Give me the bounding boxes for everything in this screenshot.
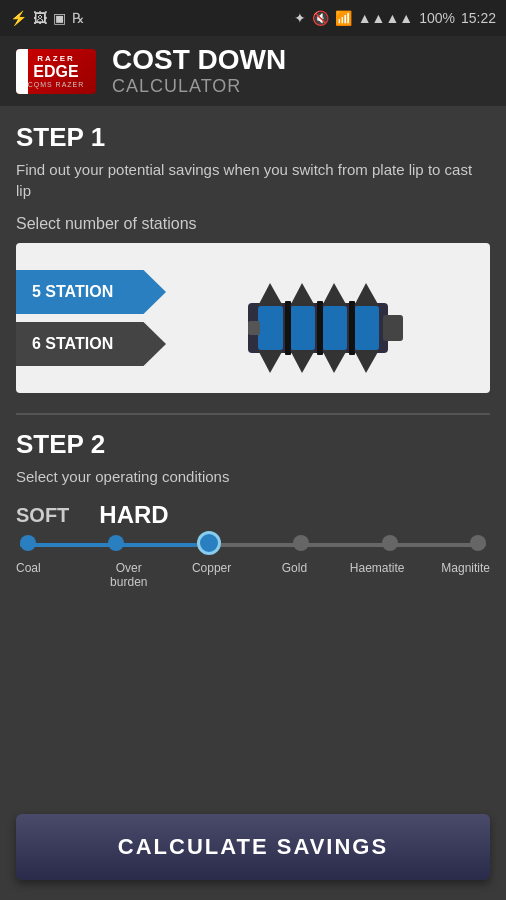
soft-hard-labels: SOFT HARD [16, 501, 490, 529]
label-hard: HARD [99, 501, 168, 529]
status-icons-right: ✦ 🔇 📶 ▲▲▲▲ 100% 15:22 [294, 10, 496, 26]
calculate-btn-container: CALCULATE SAVINGS [16, 814, 490, 880]
calculate-savings-button[interactable]: CALCULATE SAVINGS [16, 814, 490, 880]
svg-rect-2 [290, 306, 315, 350]
station-image-area [166, 243, 490, 393]
bluetooth-icon: ✦ [294, 10, 306, 26]
slider-node-gold[interactable] [293, 535, 309, 551]
drill-illustration [228, 258, 428, 378]
svg-marker-14 [322, 350, 347, 373]
slider-node-overburden[interactable] [108, 535, 124, 551]
svg-marker-13 [290, 350, 315, 373]
step1-label: STEP 1 [16, 122, 490, 153]
mute-icon: 🔇 [312, 10, 329, 26]
svg-marker-9 [290, 283, 315, 306]
header-title-block: COST DOWN CALCULATOR [112, 45, 286, 97]
calculate-btn-label: CALCULATE SAVINGS [118, 834, 388, 860]
logo-main-text: EDGE [33, 63, 78, 81]
time-display: 15:22 [461, 10, 496, 26]
slider-node-coal[interactable] [20, 535, 36, 551]
station-buttons: 5 STATION 6 STATION [16, 243, 166, 393]
svg-rect-5 [285, 301, 291, 355]
step2-section: STEP 2 Select your operating conditions … [16, 429, 490, 589]
image-icon: 🖼 [33, 10, 47, 26]
app-subtitle: CALCULATOR [112, 76, 286, 97]
svg-rect-6 [317, 301, 323, 355]
svg-marker-11 [354, 283, 379, 306]
svg-rect-17 [383, 315, 403, 341]
battery-100-icon: ▣ [53, 10, 66, 26]
step2-label: STEP 2 [16, 429, 490, 460]
app-header: RAZER EDGE CQMS RAZER COST DOWN CALCULAT… [0, 36, 506, 106]
slider-track [20, 543, 486, 547]
step2-description: Select your operating conditions [16, 466, 490, 487]
step1-section: STEP 1 Find out your potential savings w… [16, 122, 490, 393]
usb-icon: ⚡ [10, 10, 27, 26]
slider-label-coal: Coal [16, 561, 76, 589]
slider-label-overburden: Overburden [99, 561, 159, 589]
svg-rect-16 [248, 321, 260, 335]
select-stations-label: Select number of stations [16, 215, 490, 233]
section-divider [16, 413, 490, 415]
station-selector: 5 STATION 6 STATION [16, 243, 490, 393]
logo-bottom-text: CQMS RAZER [28, 81, 85, 88]
slider-label-magnitite: Magnitite [430, 561, 490, 589]
slider-labels: Coal Overburden Copper Gold Haematite Ma… [16, 561, 490, 589]
svg-rect-7 [349, 301, 355, 355]
slider-node-copper[interactable] [197, 531, 221, 555]
logo-top-text: RAZER [37, 54, 75, 63]
svg-marker-15 [354, 350, 379, 373]
rx-icon: ℞ [72, 10, 85, 26]
svg-marker-10 [322, 283, 347, 306]
status-icons-left: ⚡ 🖼 ▣ ℞ [10, 10, 85, 26]
svg-rect-4 [354, 306, 379, 350]
slider-label-gold: Gold [264, 561, 324, 589]
svg-marker-8 [258, 283, 283, 306]
slider-label-haematite: Haematite [347, 561, 407, 589]
slider-label-copper: Copper [182, 561, 242, 589]
svg-rect-3 [322, 306, 347, 350]
signal-icon: ▲▲▲▲ [358, 10, 413, 26]
svg-rect-1 [258, 306, 283, 350]
status-bar: ⚡ 🖼 ▣ ℞ ✦ 🔇 📶 ▲▲▲▲ 100% 15:22 [0, 0, 506, 36]
app-title: COST DOWN [112, 45, 286, 76]
slider-node-haematite[interactable] [382, 535, 398, 551]
battery-level: 100% [419, 10, 455, 26]
station-5-button[interactable]: 5 STATION [16, 270, 166, 314]
station-6-button[interactable]: 6 STATION [16, 322, 166, 366]
logo-container: RAZER EDGE CQMS RAZER [16, 49, 96, 94]
step1-description: Find out your potential savings when you… [16, 159, 490, 201]
svg-marker-12 [258, 350, 283, 373]
logo-badge: RAZER EDGE CQMS RAZER [16, 49, 96, 94]
slider-nodes [20, 535, 486, 555]
wifi-icon: 📶 [335, 10, 352, 26]
main-content: STEP 1 Find out your potential savings w… [0, 106, 506, 589]
operating-condition-slider[interactable] [16, 543, 490, 547]
slider-node-magnitite[interactable] [470, 535, 486, 551]
label-soft: SOFT [16, 504, 69, 527]
